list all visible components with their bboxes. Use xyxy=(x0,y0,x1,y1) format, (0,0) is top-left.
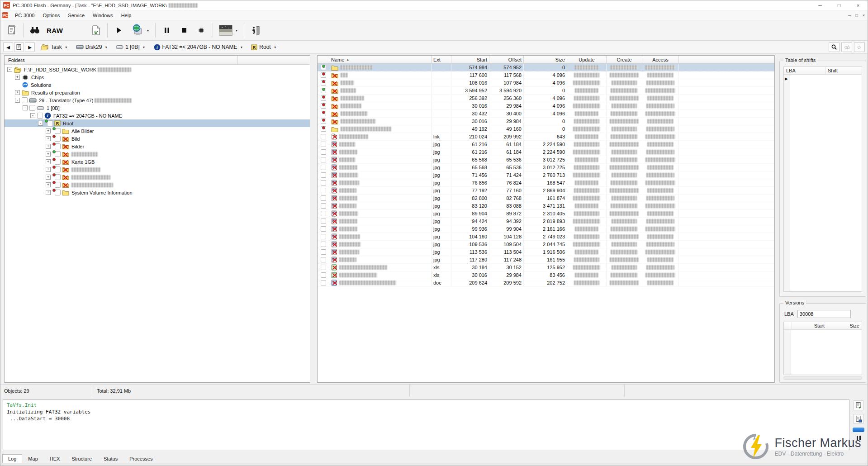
minimize-button[interactable]: ─ xyxy=(811,0,830,10)
table-row[interactable]: jpg94 42494 3922 819 893 xyxy=(318,218,774,225)
table-row[interactable]: 30 01629 9844 096 xyxy=(318,102,774,110)
back-button[interactable]: ◀ xyxy=(3,42,13,52)
tree-item-29-translator-type-47-[interactable]: -29 - Translator (Type 47) xyxy=(5,96,310,104)
table-row[interactable]: lnk210 024209 992643 xyxy=(318,133,774,141)
expand-icon[interactable]: + xyxy=(46,175,51,180)
expand-icon[interactable]: + xyxy=(46,159,51,164)
mdi-minimize-button[interactable]: ─ xyxy=(848,13,851,18)
table-row[interactable]: jpg61 21661 1842 224 590 xyxy=(318,141,774,148)
row-checkbox[interactable] xyxy=(321,234,326,239)
tab-map[interactable]: Map xyxy=(22,454,43,463)
row-checkbox[interactable] xyxy=(321,172,326,178)
tab-structure[interactable]: Structure xyxy=(66,454,98,463)
tree-checkbox[interactable] xyxy=(22,97,28,103)
row-checkbox[interactable] xyxy=(321,65,326,70)
column-header-create[interactable]: Create xyxy=(607,56,642,63)
expand-icon[interactable]: + xyxy=(46,152,51,157)
row-checkbox[interactable] xyxy=(321,226,326,232)
tree-item-karte-1gb[interactable]: +Karte 1GB xyxy=(5,158,310,166)
expand-icon[interactable]: + xyxy=(46,167,51,172)
table-row[interactable]: 256 392256 3604 096 xyxy=(318,95,774,102)
expand-icon[interactable]: + xyxy=(46,128,51,133)
table-row[interactable]: jpg82 80082 768161 874 xyxy=(318,195,774,202)
tree-item-bilder[interactable]: +Bilder xyxy=(5,143,310,150)
expand-icon[interactable]: + xyxy=(46,190,51,195)
tree-item-solutions[interactable]: Solutions xyxy=(5,81,310,89)
versions-col-size[interactable]: Size xyxy=(827,322,862,329)
row-checkbox[interactable] xyxy=(321,211,326,216)
column-header-start[interactable]: Start xyxy=(451,56,489,63)
tree-item[interactable]: + xyxy=(5,173,310,181)
expand-icon[interactable]: + xyxy=(46,136,51,141)
versions-hscrollbar[interactable] xyxy=(783,376,862,380)
row-checkbox[interactable] xyxy=(321,242,326,247)
row-checkbox[interactable] xyxy=(321,142,326,147)
table-row[interactable]: 108 016107 9844 096 xyxy=(318,79,774,87)
shifts-col-lba[interactable]: LBA xyxy=(784,67,825,74)
table-row[interactable]: doc209 624209 592202 752 xyxy=(318,279,774,287)
row-checkbox[interactable] xyxy=(321,80,326,86)
table-row[interactable]: jpg61 21661 1842 224 590 xyxy=(318,148,774,156)
row-checkbox[interactable] xyxy=(321,219,326,224)
tree-item-results-of-preparation[interactable]: +Results of preparation xyxy=(5,89,310,96)
row-checkbox[interactable] xyxy=(321,157,326,162)
pause-button[interactable] xyxy=(159,22,175,38)
row-checkbox[interactable] xyxy=(321,103,326,109)
tree-item-system-volume-information[interactable]: +System Volume Information xyxy=(5,189,310,196)
table-row[interactable]: jpg99 93699 9042 161 166 xyxy=(318,225,774,233)
mdi-close-button[interactable]: × xyxy=(863,13,865,18)
table-row[interactable]: 30 01629 9840 xyxy=(318,118,774,125)
table-row[interactable]: jpg109 536109 5042 044 745 xyxy=(318,241,774,248)
collapse-icon[interactable]: - xyxy=(15,98,20,103)
column-header-access[interactable]: Access xyxy=(642,56,679,63)
expand-icon[interactable]: + xyxy=(15,90,20,95)
row-checkbox[interactable] xyxy=(321,280,326,285)
table-row[interactable]: xls30 18430 152125 952 xyxy=(318,264,774,271)
exit-button[interactable] xyxy=(247,22,264,38)
script-button[interactable]: i xyxy=(4,22,20,38)
doc-arrow-button[interactable] xyxy=(88,22,104,38)
row-checkbox[interactable] xyxy=(321,188,326,193)
table-row[interactable]: jpg117 280117 248161 955 xyxy=(318,256,774,264)
row-checkbox[interactable] xyxy=(321,195,326,201)
row-checkbox[interactable] xyxy=(321,249,326,255)
play-button[interactable] xyxy=(111,22,127,38)
menu-item-service[interactable]: Service xyxy=(64,11,89,19)
tree-item[interactable]: + xyxy=(5,150,310,158)
row-checkbox[interactable] xyxy=(321,88,326,93)
maximize-button[interactable]: □ xyxy=(830,0,849,10)
table-row[interactable]: 574 984574 9520 xyxy=(318,64,774,71)
expand-icon[interactable]: + xyxy=(46,182,51,187)
chip-button[interactable] xyxy=(193,22,209,38)
row-checkbox[interactable] xyxy=(321,203,326,209)
tab-processes[interactable]: Processes xyxy=(123,454,158,463)
table-row[interactable]: jpg113 536113 5041 916 506 xyxy=(318,248,774,256)
mdi-child-icon[interactable]: PC xyxy=(2,12,8,18)
row-checkbox[interactable] xyxy=(321,180,326,185)
tree-checkbox[interactable] xyxy=(37,113,43,119)
close-button[interactable]: × xyxy=(849,0,868,10)
menu-item-pc-3000[interactable]: PC-3000 xyxy=(11,11,38,19)
globe-button[interactable]: ▼ xyxy=(128,22,152,38)
table-row[interactable]: jpg65 56865 5363 012 725 xyxy=(318,156,774,164)
column-header-name[interactable]: Name▲ xyxy=(329,56,432,63)
table-row[interactable]: 49 19249 1600 xyxy=(318,125,774,133)
tree-item-1-0b-[interactable]: -1 [0B] xyxy=(5,104,310,112)
tree-item-root[interactable]: -RRoot xyxy=(5,119,310,127)
log-export-button[interactable] xyxy=(853,400,864,410)
row-checkbox[interactable] xyxy=(321,149,326,155)
breadcrumb-item-root[interactable]: RRoot▼ xyxy=(248,43,279,51)
table-row[interactable]: jpg77 19277 1602 869 904 xyxy=(318,187,774,195)
row-checkbox[interactable] xyxy=(321,95,326,101)
breadcrumb-item-task[interactable]: Task▼ xyxy=(38,43,71,51)
versions-col-start[interactable]: Start xyxy=(792,322,827,329)
tree-item-chips[interactable]: +Chips xyxy=(5,73,310,81)
log-save-button[interactable] xyxy=(853,414,864,424)
tree-checkbox[interactable] xyxy=(29,105,35,111)
table-row[interactable]: jpg83 12083 0883 471 131 xyxy=(318,202,774,210)
column-header-update[interactable]: Update xyxy=(567,56,607,63)
row-checkbox[interactable] xyxy=(321,134,326,139)
row-checkbox[interactable] xyxy=(321,126,326,132)
versions-lba-input[interactable] xyxy=(797,310,851,318)
row-checkbox[interactable] xyxy=(321,265,326,270)
